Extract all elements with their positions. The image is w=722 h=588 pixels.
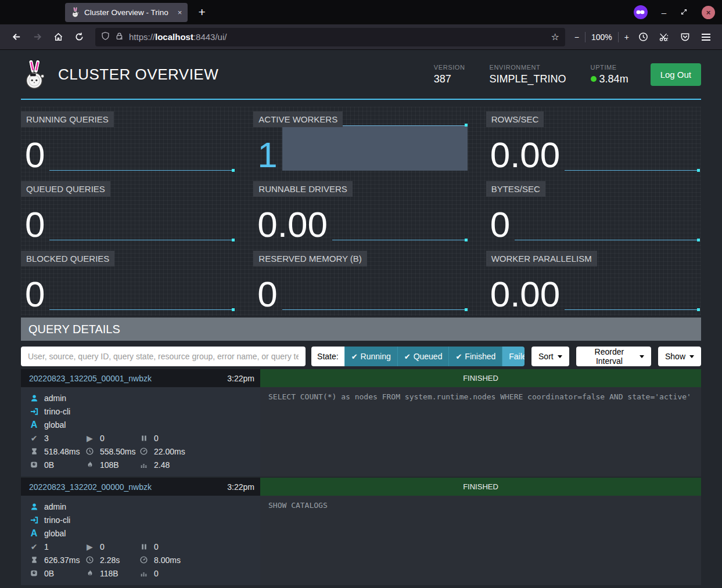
stat-value: 0.00 (490, 140, 561, 171)
browser-tab-bar: Cluster Overview - Trino × + – × (0, 0, 722, 24)
bookmark-star-icon[interactable]: ☆ (551, 31, 559, 42)
query-time: 3:22pm (227, 374, 254, 383)
query-resource-group: global (44, 529, 66, 538)
query-resource-group: global (44, 420, 66, 430)
tab-close-icon[interactable]: × (178, 8, 182, 17)
query-id-link[interactable]: 20220823_132205_00001_nwbzk (29, 374, 152, 383)
wall-time-hourglass-icon (29, 556, 39, 564)
stat-label: ACTIVE WORKERS (253, 111, 343, 127)
state-filter-queued[interactable]: ✔ Queued (397, 347, 449, 366)
close-window-button[interactable]: × (702, 6, 715, 19)
reload-icon[interactable] (70, 28, 88, 46)
sparkline (282, 125, 468, 171)
stat-tile-queued-queries: QUEUED QUERIES 0 (21, 176, 236, 246)
zoom-level[interactable]: 100% (591, 33, 612, 42)
version-info: VERSION 387 (434, 64, 465, 85)
url-bar[interactable]: https://localhost:8443/ui/ ☆ (95, 28, 565, 46)
elapsed-clock-icon (85, 448, 95, 455)
separator (585, 32, 585, 42)
restore-button[interactable] (680, 8, 688, 17)
cpu-time: 22.00ms (154, 447, 185, 456)
sparkline (49, 195, 235, 240)
resource-group-icon: A (29, 420, 39, 430)
query-id-link[interactable]: 20220823_132202_00000_nwbzk (29, 482, 152, 492)
stat-value: 0 (257, 279, 277, 310)
parallelism-equalizer-icon (139, 570, 149, 577)
page-title: CLUSTER OVERVIEW (58, 66, 218, 84)
current-memory: 0B (44, 460, 54, 470)
stat-label: WORKER PARALLELISM (486, 251, 597, 266)
cpu-gauge-icon (139, 556, 149, 564)
sparkline (49, 265, 235, 310)
stat-value: 0.00 (257, 210, 328, 240)
uptime-status-dot (591, 76, 597, 82)
completed-splits: 1 (44, 542, 49, 551)
query-toolbar: State: ✔ Running ✔ Queued ✔ Finished Fai… (21, 347, 701, 366)
back-icon[interactable] (7, 28, 26, 46)
stat-tile-rows-sec: ROWS/SEC 0.00 (486, 107, 701, 176)
show-dropdown[interactable]: Show (658, 347, 701, 366)
state-filter-group: State: ✔ Running ✔ Queued ✔ Finished Fai… (311, 347, 525, 366)
check-icon: ✔ (351, 352, 358, 361)
query-search-input[interactable] (21, 347, 306, 366)
stat-tile-blocked-queries: BLOCKED QUERIES 0 (21, 246, 236, 316)
shield-icon[interactable] (101, 31, 110, 42)
page-header: CLUSTER OVERVIEW VERSION 387 ENVIRONMENT… (21, 50, 701, 100)
query-stats-panel: admin trino-cli A global ✔3 ▶0 0 518.48m… (21, 387, 260, 477)
history-clock-icon[interactable] (634, 28, 652, 46)
pocket-icon[interactable] (676, 28, 694, 46)
query-sql-text: SELECT COUNT(*) as nodes FROM system.run… (268, 392, 693, 401)
trino-cluster-overview-page: CLUSTER OVERVIEW VERSION 387 ENVIRONMENT… (0, 50, 722, 585)
reorder-interval-dropdown[interactable]: Reorder Interval (576, 347, 651, 366)
url-host: localhost (155, 32, 193, 42)
url-path: :8443/ui/ (193, 32, 227, 42)
elapsed-time: 558.50ms (100, 447, 135, 456)
queued-splits: 0 (154, 434, 159, 443)
memory-scale-icon (29, 461, 39, 468)
stat-value: 0 (25, 279, 45, 310)
wall-time: 626.37ms (44, 555, 80, 565)
sparkline (282, 265, 468, 310)
logout-button[interactable]: Log Out (651, 63, 701, 86)
home-icon[interactable] (49, 28, 67, 46)
check-icon: ✔ (404, 352, 411, 361)
cpu-gauge-icon (139, 448, 149, 455)
url-text[interactable]: https://localhost:8443/ui/ (129, 32, 545, 42)
user-icon (29, 394, 39, 402)
browser-tab[interactable]: Cluster Overview - Trino × (65, 3, 188, 22)
minimize-button[interactable]: – (662, 8, 666, 17)
stat-tile-active-workers: ACTIVE WORKERS 1 (253, 107, 468, 176)
running-splits-play-icon: ▶ (85, 434, 95, 443)
cumulative-memory: 108B (100, 460, 119, 470)
stat-tile-worker-parallelism: WORKER PARALLELISM 0.00 (486, 246, 701, 316)
sort-dropdown[interactable]: Sort (531, 347, 569, 366)
environment-info: ENVIRONMENT SIMPLE_TRINO (490, 64, 566, 85)
private-browsing-icon (634, 5, 648, 19)
sparkline (515, 195, 700, 240)
cluster-stats-grid: RUNNING QUERIES 0 ACTIVE WORKERS 1 ROWS/… (21, 107, 701, 316)
query-time: 3:22pm (227, 482, 254, 492)
query-sql-text: SHOW CATALOGS (268, 501, 693, 510)
query-source: trino-cli (44, 515, 70, 525)
screenshot-scissors-icon[interactable] (655, 28, 673, 46)
stat-tile-running-queries: RUNNING QUERIES 0 (21, 107, 236, 176)
uptime-value: 3.84m (599, 73, 628, 85)
state-filter-running[interactable]: ✔ Running (344, 347, 397, 366)
query-card-header: 20220823_132205_00001_nwbzk 3:22pm (21, 369, 260, 387)
current-memory: 0B (44, 569, 54, 578)
new-tab-button[interactable]: + (198, 5, 205, 19)
state-filter-finished[interactable]: ✔ Finished (448, 347, 502, 366)
cumulative-flame-icon (85, 461, 95, 468)
state-filter-failed-dropdown[interactable]: Failed (502, 347, 525, 366)
cpu-time: 8.00ms (154, 555, 181, 565)
forward-icon[interactable] (28, 28, 46, 46)
environment-label: ENVIRONMENT (490, 64, 566, 71)
query-user: admin (44, 502, 66, 511)
url-scheme: https:// (129, 32, 155, 42)
completed-splits: 3 (44, 434, 49, 443)
zoom-in-button[interactable]: + (624, 33, 629, 42)
menu-hamburger-icon[interactable] (696, 28, 715, 46)
lock-warning-icon[interactable] (115, 31, 124, 42)
cumulative-flame-icon (85, 569, 95, 577)
zoom-out-button[interactable]: − (574, 33, 579, 42)
